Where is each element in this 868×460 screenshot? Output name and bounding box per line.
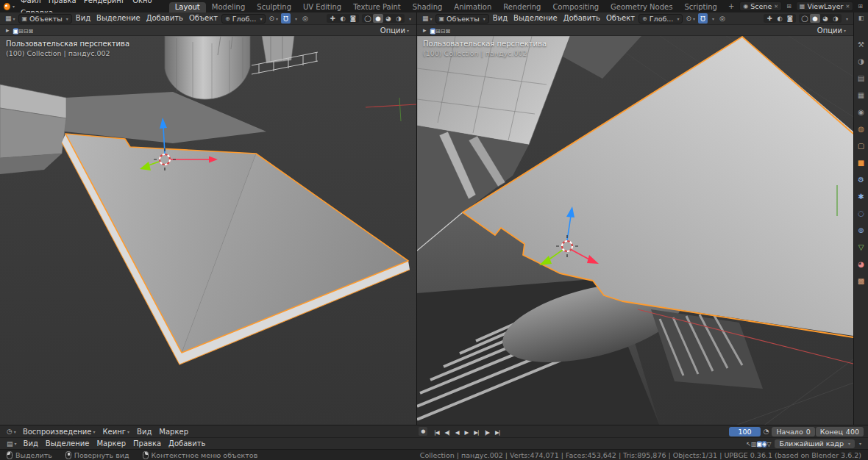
shading-rendered[interactable]: ◑	[830, 14, 841, 23]
tab-scene[interactable]: ◉	[858, 108, 864, 117]
viewport-menu[interactable]: Вид	[73, 12, 93, 24]
show-overlays-toggle[interactable]: ◐	[338, 14, 348, 23]
dopesheet-menu[interactable]: Вид	[20, 437, 42, 450]
shading-dropdown-button[interactable]: ▾	[842, 13, 850, 24]
editor-type-button[interactable]: ▦▾	[420, 13, 435, 24]
toggle-xray[interactable]: ◙	[785, 14, 795, 23]
prev-keyframe-button[interactable]: ◀|	[441, 429, 452, 436]
shading-wireframe[interactable]: ◯	[363, 14, 373, 23]
frame-end-field[interactable]: Конец400	[816, 427, 864, 436]
viewport-menu[interactable]: Добавить	[143, 12, 186, 24]
viewport-3d-scene-left[interactable]	[0, 36, 416, 425]
workspace-tab[interactable]: Geometry Nodes	[605, 2, 678, 12]
tab-constraints[interactable]: ⊚	[858, 226, 864, 235]
blender-logo-icon[interactable]: ▾	[4, 2, 15, 10]
new-view-layer-button[interactable]: ⊞	[856, 3, 864, 10]
shading-material-preview[interactable]: ◕	[383, 14, 394, 23]
workspace-tab[interactable]: Modeling	[206, 2, 252, 12]
tab-output[interactable]: ▤	[858, 74, 864, 83]
select-mode-extend[interactable]: ⊞	[18, 28, 24, 35]
tab-material[interactable]: ◕	[858, 260, 864, 269]
shading-wireframe[interactable]: ◯	[800, 14, 810, 23]
dopesheet-menu[interactable]: Правка	[129, 437, 165, 450]
viewport-menu[interactable]: Вид	[490, 12, 511, 24]
app-menu[interactable]: Правка	[45, 0, 80, 7]
only-selected-filter[interactable]: ↖	[746, 441, 751, 448]
show-gizmo-toggle[interactable]: ✚	[327, 14, 338, 23]
toggle-xray[interactable]: ◙	[348, 14, 358, 23]
dopesheet-menu[interactable]: Маркер	[93, 437, 129, 450]
show-hidden-filter[interactable]: ▥	[751, 441, 757, 448]
tab-physics[interactable]: ◌	[858, 209, 864, 218]
dopesheet-menu[interactable]: Добавить	[165, 437, 209, 450]
tab-particles[interactable]: ✱	[858, 193, 864, 201]
play-button[interactable]: ▶	[462, 429, 472, 436]
workspace-tab[interactable]: Texture Paint	[347, 2, 407, 12]
dopesheet-menu[interactable]: Выделение	[42, 437, 93, 450]
viewport-left-canvas[interactable]: Пользовательская перспектива (100) Colle…	[0, 36, 416, 425]
tab-render[interactable]: ◑	[858, 57, 864, 66]
workspace-tab[interactable]: Layout	[169, 2, 206, 12]
tab-modifiers[interactable]: ⚙	[858, 176, 864, 184]
snap-settings-button[interactable]: ▾	[291, 13, 299, 24]
pivot-point-button[interactable]: ⊙▾	[266, 13, 280, 24]
properties-editor-icon[interactable]: ◧	[858, 15, 864, 21]
shading-rendered[interactable]: ◑	[394, 14, 404, 23]
shading-dropdown-button[interactable]: ▾	[405, 13, 413, 24]
viewport-menu[interactable]: Объект	[603, 12, 638, 24]
viewport-3d-scene-right[interactable]	[417, 36, 853, 425]
show-gizmo-toggle[interactable]: ✚	[764, 14, 775, 23]
tab-object-data[interactable]: ▽	[858, 243, 864, 252]
proportional-edit-button[interactable]: ◎	[300, 13, 310, 24]
snap-mode-selector[interactable]: Ближайший кадр▾	[775, 439, 855, 448]
options-dropdown[interactable]: Опции▾	[377, 24, 413, 37]
shading-solid[interactable]: ●	[810, 14, 820, 23]
current-frame-field[interactable]: 100	[729, 427, 760, 436]
workspace-tab[interactable]: Sculpting	[251, 2, 297, 12]
select-mode-subtract[interactable]: ⊟	[24, 28, 29, 35]
workspace-tab[interactable]: Animation	[448, 2, 497, 12]
app-menu[interactable]: Окно	[129, 0, 156, 7]
tab-texture[interactable]: ▩	[858, 277, 864, 286]
jump-to-start-button[interactable]: |◀	[431, 429, 441, 436]
shading-solid[interactable]: ●	[373, 14, 383, 23]
tab-world[interactable]: ◍	[858, 125, 864, 134]
filter-toggle-a[interactable]: ▣	[757, 441, 763, 448]
proportional-edit-button[interactable]: ◎	[717, 13, 728, 24]
remove-view-layer-icon[interactable]: ✕	[845, 4, 850, 10]
snap-toggle[interactable]: Ω	[698, 13, 708, 24]
unlink-scene-icon[interactable]: ✕	[774, 4, 778, 10]
select-mode-new[interactable]: ▣	[430, 28, 436, 35]
snap-settings-button[interactable]: ▾	[708, 13, 716, 24]
tool-expand-icon[interactable]: ▸	[421, 25, 429, 35]
workspace-tab[interactable]: UV Editing	[297, 2, 347, 12]
transform-orientation-selector[interactable]: ⊕Глоб...▾	[221, 14, 266, 24]
jump-to-end-button[interactable]: ▶|	[492, 429, 502, 436]
workspace-tab[interactable]: Compositing	[547, 2, 605, 12]
select-mode-new[interactable]: ▣	[13, 28, 19, 35]
viewport-menu[interactable]: Добавить	[561, 12, 603, 24]
add-workspace-button[interactable]: +	[724, 2, 739, 10]
tab-object[interactable]: ■	[858, 159, 864, 168]
timeline-menu[interactable]: Маркер	[155, 425, 192, 438]
next-keyframe-button[interactable]: |▶	[482, 429, 492, 436]
timeline-menu[interactable]: Воспроизведение▾	[19, 425, 99, 438]
dopesheet-editor-type-button[interactable]: ▤▾	[4, 439, 19, 449]
play-reverse-button[interactable]: ◀	[452, 429, 462, 436]
tool-expand-icon[interactable]: ▸	[4, 25, 12, 35]
tab-view-layer[interactable]: ▦	[858, 91, 864, 100]
timeline-editor-type-button[interactable]: ◷▾	[4, 426, 18, 436]
select-mode-extend[interactable]: ⊞	[435, 28, 441, 35]
transform-orientation-selector[interactable]: ⊕Глоб...▾	[638, 14, 683, 24]
snap-mode-dropdown[interactable]: ▾	[855, 439, 864, 449]
mode-selector[interactable]: ▣Объекты▾	[435, 14, 489, 24]
select-mode-subtract[interactable]: ⊟	[441, 28, 446, 35]
auto-keying-button[interactable]: ●	[419, 427, 427, 436]
editor-type-button[interactable]: ▦▾	[3, 13, 18, 24]
select-mode-invert[interactable]: ⊠	[446, 28, 451, 35]
viewport-right-canvas[interactable]: Пользовательская перспектива (100) Colle…	[417, 36, 853, 425]
viewport-menu[interactable]: Выделение	[511, 12, 561, 24]
app-menu[interactable]: Рендеринг	[80, 0, 129, 7]
snap-toggle[interactable]: Ω	[281, 13, 291, 24]
workspace-tab[interactable]: Rendering	[497, 2, 547, 12]
